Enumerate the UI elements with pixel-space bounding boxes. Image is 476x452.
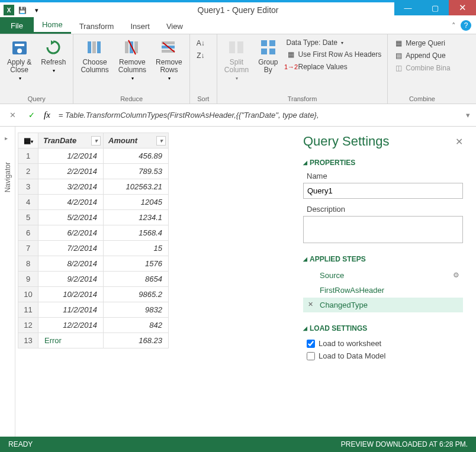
help-button[interactable]: ? [461,20,471,31]
cell[interactable]: 8/2/2014 [38,256,104,272]
minimize-button[interactable]: — [394,0,422,15]
column-header-trandate[interactable]: TranDate▾ [38,133,104,148]
cell[interactable]: 1576 [104,256,169,272]
cell[interactable]: 1/2/2014 [38,148,104,164]
applied-steps-header[interactable]: ◢ APPLIED STEPS [303,255,463,263]
insert-tab[interactable]: Insert [122,19,158,34]
cell[interactable]: 10/2/2014 [38,287,104,302]
save-icon[interactable]: 💾 [17,5,28,15]
cell[interactable]: 842 [104,318,169,333]
remove-columns-button[interactable]: Remove Columns ▾ [116,37,149,94]
first-row-headers-button[interactable]: ▦ Use First Row As Headers [285,49,383,60]
data-grid[interactable]: ▦▾TranDate▾Amount▾11/2/2014456.8922/2/20… [18,133,169,348]
cell[interactable]: 15 [104,241,169,256]
table-row[interactable]: 66/2/20141568.4 [18,225,169,241]
cell[interactable]: 9865.2 [104,287,169,302]
cell[interactable]: 9832 [104,302,169,318]
table-row[interactable]: 13Error168.23 [18,333,169,348]
cell[interactable]: 8654 [104,272,169,287]
append-queries-button[interactable]: ▤Append Que [393,50,451,61]
properties-header[interactable]: ◢ PROPERTIES [303,159,463,167]
data-type-dropdown[interactable]: Data Type: Date ▾ [285,38,383,47]
table-row[interactable]: 1010/2/20149865.2 [18,287,169,302]
file-tab[interactable]: File [0,17,34,34]
row-number[interactable]: 11 [18,302,38,318]
row-number[interactable]: 6 [18,225,38,241]
cell[interactable]: 1568.4 [104,225,169,241]
home-tab[interactable]: Home [34,17,71,34]
table-row[interactable]: 22/2/2014789.53 [18,164,169,179]
row-number[interactable]: 13 [18,333,38,348]
column-filter-icon[interactable]: ▾ [91,136,101,146]
collapse-ribbon-icon[interactable]: ˄ [452,21,456,30]
maximize-button[interactable]: ▢ [422,0,449,15]
row-number[interactable]: 5 [18,210,38,225]
refresh-button[interactable]: Refresh ▾ [38,37,68,94]
cell[interactable]: 11/2/2014 [38,302,104,318]
accept-formula-button[interactable]: ✓ [25,109,38,122]
row-number[interactable]: 3 [18,179,38,195]
row-number[interactable]: 8 [18,256,38,272]
load-worksheet-checkbox[interactable] [307,340,315,348]
apply-close-button[interactable]: Apply & Close ▾ [5,37,34,94]
cell[interactable]: Error [38,333,104,348]
combine-binaries-button[interactable]: ◫Combine Bina [393,63,451,73]
table-row[interactable]: 1111/2/20149832 [18,302,169,318]
cell[interactable]: 456.89 [104,148,169,164]
table-row[interactable]: 55/2/20141234.1 [18,210,169,225]
row-number[interactable]: 10 [18,287,38,302]
table-row[interactable]: 1212/2/2014842 [18,318,169,333]
row-number[interactable]: 4 [18,195,38,210]
step-item[interactable]: Source⚙ [303,268,463,283]
column-filter-icon[interactable]: ▾ [156,136,166,146]
sort-desc-button[interactable]: Z↓ [195,50,207,61]
split-column-button[interactable]: Split Column ▾ [222,37,251,94]
grid-corner[interactable]: ▦▾ [18,133,38,148]
load-datamodel-checkbox[interactable] [307,352,315,360]
cell[interactable]: 9/2/2014 [38,272,104,287]
cell[interactable]: 3/2/2014 [38,179,104,195]
step-item[interactable]: ✕ChangedType [303,298,463,312]
close-button[interactable]: ✕ [449,0,476,15]
group-by-button[interactable]: Group By [256,37,280,94]
table-row[interactable]: 99/2/20148654 [18,272,169,287]
view-tab[interactable]: View [158,19,191,34]
cell[interactable]: 7/2/2014 [38,241,104,256]
row-number[interactable]: 9 [18,272,38,287]
formula-expand-icon[interactable]: ▾ [466,111,470,120]
load-settings-header[interactable]: ◢ LOAD SETTINGS [303,324,463,332]
cell[interactable]: 5/2/2014 [38,210,104,225]
delete-step-icon[interactable]: ✕ [308,301,313,308]
column-header-amount[interactable]: Amount▾ [104,133,169,148]
step-item[interactable]: FirstRowAsHeader [303,283,463,298]
description-input[interactable] [303,216,463,243]
sort-asc-button[interactable]: A↓ [195,38,207,49]
load-worksheet-row[interactable]: Load to worksheet [303,337,463,350]
fx-icon[interactable]: fx [44,110,50,120]
merge-queries-button[interactable]: ▦Merge Queri [393,38,451,49]
table-row[interactable]: 88/2/20141576 [18,256,169,272]
cell[interactable]: 1234.1 [104,210,169,225]
table-row[interactable]: 77/2/201415 [18,241,169,256]
choose-columns-button[interactable]: Choose Columns [78,37,111,94]
gear-icon[interactable]: ⚙ [453,271,459,279]
cell[interactable]: 12/2/2014 [38,318,104,333]
formula-input[interactable] [56,108,460,122]
transform-tab[interactable]: Transform [71,19,123,34]
row-number[interactable]: 1 [18,148,38,164]
navigator-pane[interactable]: ▸ Navigator [0,127,15,437]
cell[interactable]: 4/2/2014 [38,195,104,210]
cell[interactable]: 6/2/2014 [38,225,104,241]
remove-rows-button[interactable]: Remove Rows ▾ [153,37,185,94]
cancel-formula-button[interactable]: ✕ [6,109,19,122]
load-datamodel-row[interactable]: Load to Data Model [303,350,463,362]
cell[interactable]: 102563.21 [104,179,169,195]
table-row[interactable]: 44/2/201412045 [18,195,169,210]
table-row[interactable]: 11/2/2014456.89 [18,148,169,164]
row-number[interactable]: 12 [18,318,38,333]
replace-values-button[interactable]: 1→2 Replace Values [285,62,383,72]
cell[interactable]: 168.23 [104,333,169,348]
table-row[interactable]: 33/2/2014102563.21 [18,179,169,195]
qat-dropdown-icon[interactable]: ▾ [31,5,43,15]
query-name-input[interactable] [303,183,463,199]
